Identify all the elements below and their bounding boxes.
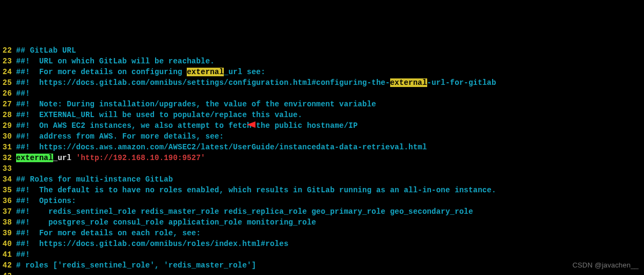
code-line[interactable]: 25##! https://docs.gitlab.com/omnibus/se… — [0, 77, 644, 88]
line-content: ##! For more details on configuring exte… — [16, 67, 644, 77]
line-number: 41 — [0, 249, 16, 260]
code-line[interactable]: 27##! Note: During installation/upgrades… — [0, 99, 644, 110]
code-line[interactable]: 29##! On AWS EC2 instances, we also atte… — [0, 120, 644, 131]
line-content: ##! On AWS EC2 instances, we also attemp… — [16, 120, 644, 131]
line-content: ##! — [16, 249, 644, 260]
line-number: 32 — [0, 153, 16, 163]
line-number: 42 — [0, 260, 16, 271]
line-content: ##! https://docs.gitlab.com/omnibus/sett… — [16, 77, 644, 88]
line-content: ##! EXTERNAL_URL will be used to populat… — [16, 110, 644, 120]
code-line[interactable]: 43 — [0, 271, 644, 275]
line-content: ##! For more details on each role, see: — [16, 228, 644, 238]
line-number: 30 — [0, 131, 16, 142]
line-number: 25 — [0, 77, 16, 88]
line-number: 43 — [0, 271, 16, 275]
code-line[interactable]: 26##! — [0, 88, 644, 99]
line-number: 27 — [0, 99, 16, 110]
watermark-text: CSDN @javachen__ — [573, 260, 639, 271]
line-content — [16, 163, 644, 174]
code-line[interactable]: 22## GitLab URL — [0, 45, 644, 56]
line-number: 40 — [0, 238, 16, 249]
line-content: ##! postgres_role consul_role applicatio… — [16, 217, 644, 228]
line-content: ## GitLab URL — [16, 45, 644, 56]
line-content: ##! The default is to have no roles enab… — [16, 185, 644, 196]
line-number: 38 — [0, 217, 16, 228]
code-line[interactable]: 38##! postgres_role consul_role applicat… — [0, 217, 644, 228]
line-content — [16, 271, 644, 275]
line-number: 26 — [0, 88, 16, 99]
line-number: 37 — [0, 206, 16, 217]
line-number: 24 — [0, 67, 16, 77]
line-content: external_url 'http://192.168.10.190:9527… — [16, 153, 644, 163]
line-number: 28 — [0, 110, 16, 120]
code-line[interactable]: 33 — [0, 163, 644, 174]
code-line[interactable]: 31##! https://docs.aws.amazon.com/AWSEC2… — [0, 142, 644, 153]
line-content: ##! Note: During installation/upgrades, … — [16, 99, 644, 110]
code-editor[interactable]: 22## GitLab URL23##! URL on which GitLab… — [0, 43, 644, 275]
line-content: ##! https://docs.gitlab.com/omnibus/role… — [16, 238, 644, 249]
line-content: ## Roles for multi-instance GitLab — [16, 174, 644, 185]
code-line[interactable]: 41##! — [0, 249, 644, 260]
code-line[interactable]: 36##! Options: — [0, 196, 644, 206]
line-content: # roles ['redis_sentinel_role', 'redis_m… — [16, 260, 644, 271]
line-number: 36 — [0, 196, 16, 206]
code-line[interactable]: 42# roles ['redis_sentinel_role', 'redis… — [0, 260, 644, 271]
line-number: 39 — [0, 228, 16, 238]
code-line[interactable]: 32external_url 'http://192.168.10.190:95… — [0, 153, 644, 163]
line-content: ##! redis_sentinel_role redis_master_rol… — [16, 206, 644, 217]
code-line[interactable]: 30##! address from AWS. For more details… — [0, 131, 644, 142]
code-line[interactable]: 39##! For more details on each role, see… — [0, 228, 644, 238]
line-number: 35 — [0, 185, 16, 196]
code-line[interactable]: 24##! For more details on configuring ex… — [0, 67, 644, 77]
line-number: 29 — [0, 120, 16, 131]
code-line[interactable]: 28##! EXTERNAL_URL will be used to popul… — [0, 110, 644, 120]
code-line[interactable]: 34## Roles for multi-instance GitLab — [0, 174, 644, 185]
line-content: ##! Options: — [16, 196, 644, 206]
line-content: ##! address from AWS. For more details, … — [16, 131, 644, 142]
line-content: ##! URL on which GitLab will be reachabl… — [16, 56, 644, 67]
line-number: 31 — [0, 142, 16, 153]
line-content: ##! — [16, 88, 644, 99]
code-line[interactable]: 35##! The default is to have no roles en… — [0, 185, 644, 196]
code-line[interactable]: 23##! URL on which GitLab will be reacha… — [0, 56, 644, 67]
code-line[interactable]: 37##! redis_sentinel_role redis_master_r… — [0, 206, 644, 217]
line-content: ##! https://docs.aws.amazon.com/AWSEC2/l… — [16, 142, 644, 153]
line-number: 34 — [0, 174, 16, 185]
line-number: 22 — [0, 45, 16, 56]
line-number: 33 — [0, 163, 16, 174]
line-number: 23 — [0, 56, 16, 67]
code-line[interactable]: 40##! https://docs.gitlab.com/omnibus/ro… — [0, 238, 644, 249]
